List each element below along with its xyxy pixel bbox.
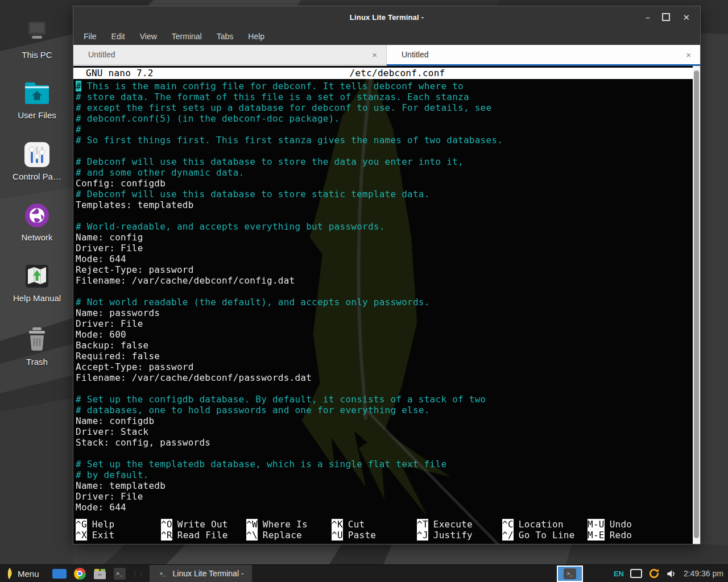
nano-shortcut: ^RRead File [161,530,246,541]
shortcut-key: ^O [161,519,172,530]
shortcut-label: Execute [433,519,473,530]
menu-bar: File Edit View Terminal Tabs Help [73,28,700,45]
nano-shortcut: ^TExecute [417,519,502,530]
trash-icon [22,326,52,354]
scrollbar-thumb[interactable] [694,70,699,538]
tab-close-icon[interactable]: × [372,50,377,60]
desktop-icon-help-manual[interactable]: Help Manual [0,263,74,303]
computer-icon [22,19,52,47]
desktop-pager-icon[interactable] [52,569,67,579]
nano-line: Mode: 644 [76,253,693,264]
shortcut-label: Replace [263,530,302,541]
menu-tabs[interactable]: Tabs [217,32,234,41]
nano-file-path: /etc/debconf.conf [349,68,445,79]
desktop-icon-label: Trash [0,357,74,367]
taskbar-window-button[interactable]: >_ Linux Lite Terminal - [150,565,252,582]
nano-shortcut: ^UPaste [332,530,417,541]
nano-shortcut: ^XExit [76,530,161,541]
sliders-icon [22,141,52,168]
volume-icon[interactable] [666,568,677,579]
shortcut-label: Read File [177,530,228,541]
chrome-browser-icon[interactable] [74,568,86,580]
nano-shortcut-row-2: ^XExit^RRead File^\Replace^UPaste^JJusti… [76,530,693,541]
tab-close-icon[interactable]: × [686,50,691,60]
keyboard-language-indicator[interactable]: EN [614,569,624,578]
desktop-icon-trash[interactable]: Trash [0,326,74,367]
nano-line: Mode: 600 [76,329,693,340]
menu-terminal[interactable]: Terminal [172,32,202,41]
menu-edit[interactable]: Edit [111,32,125,41]
shortcut-key: M-E [588,530,605,541]
tab-untitled-1[interactable]: Untitled × [73,45,387,66]
terminal-launcher-icon[interactable]: >_ [114,568,126,580]
file-manager-icon[interactable] [93,568,106,580]
menu-help[interactable]: Help [248,32,264,41]
close-button[interactable]: ✕ [682,13,690,22]
nano-line: # Set up the templatedb database, which … [76,459,693,469]
nano-line: # debconf.conf(5) (in the debconf-doc pa… [76,113,693,124]
terminal-scrollbar[interactable] [693,66,700,544]
display-tray-icon[interactable] [630,569,642,578]
shortcut-label: Exit [92,530,115,541]
nano-line: Mode: 644 [76,502,693,513]
clock[interactable]: 2:49:36 pm [684,569,723,578]
nano-shortcut: M-UUndo [588,519,673,530]
nano-shortcut-bar: ^GHelp^OWrite Out^WWhere Is^KCut^TExecut… [73,519,693,544]
tab-untitled-2-active[interactable]: Untitled × [387,45,700,66]
shortcut-key: ^C [502,519,514,530]
maximize-button[interactable] [662,13,670,21]
desktop-icon-network[interactable]: Network [0,202,74,242]
nano-shortcut: ^OWrite Out [161,519,246,530]
shortcut-key: ^T [417,519,428,530]
nano-line: # This is the main config file for debco… [76,81,693,92]
window-title: Linux Lite Terminal - [73,13,700,22]
nano-line: # and some other dynamic data. [76,167,693,178]
nano-line: # Debconf will use this database to stor… [76,156,693,167]
nano-line: # Set up the configdb database. By defau… [76,394,693,405]
nano-line [76,383,693,394]
shortcut-key: ^G [76,519,87,530]
nano-shortcut: ^WWhere Is [246,519,332,530]
shortcut-key: M-U [588,519,605,530]
nano-line: # databases, one to hold passwords and o… [76,405,693,415]
shortcut-label: Location [519,519,564,530]
shortcut-key: ^U [332,530,343,541]
terminal-task-icon: >_ [158,568,168,579]
nano-line [76,448,693,459]
desktop-icon-label: User Files [0,110,74,120]
desktop-icon-this-pc[interactable]: This PC [0,19,74,60]
nano-title-bar: GNU nano 7.2 /etc/debconf.conf [73,68,693,79]
update-notifier-icon[interactable] [648,568,660,579]
nano-content-lines[interactable]: # This is the main config file for debco… [73,79,693,513]
nano-version: GNU nano 7.2 [86,68,154,79]
desktop-icon-user-files[interactable]: User Files [0,80,74,120]
tray-terminal-button[interactable]: >_ [557,566,583,582]
menu-file[interactable]: File [84,32,97,41]
nano-line: Required: false [76,351,693,361]
nano-line: Accept-Type: password [76,361,693,372]
nano-line: Filename: /var/cache/debconf/config.dat [76,275,693,286]
shortcut-key: ^R [161,530,172,541]
manual-map-icon [22,263,52,290]
minimize-button[interactable]: – [646,14,650,21]
start-menu-button[interactable]: Menu [0,565,45,582]
desktop-icon-control-panel[interactable]: Control Pa… [0,141,74,181]
shortcut-key: ^J [417,530,428,541]
shortcut-label: Go To Line [519,530,575,541]
nano-line: # [76,124,693,135]
nano-shortcut: ^JJustify [417,530,502,541]
nano-line: Driver: File [76,491,693,502]
window-titlebar[interactable]: Linux Lite Terminal - – ✕ [73,6,700,28]
menu-view[interactable]: View [140,32,157,41]
terminal-pane[interactable]: GNU nano 7.2 /etc/debconf.conf # This is… [73,66,700,544]
shortcut-label: Help [92,519,115,530]
nano-line: # by default. [76,469,693,480]
home-folder-icon [22,80,52,107]
nano-line: # except the first sets up a database fo… [76,102,693,113]
desktop-icon-label: Network [0,232,74,242]
nano-shortcut: ^GHelp [76,519,161,530]
nano-line [76,146,693,156]
nano-line: Stack: config, passwords [76,437,693,448]
nano-line: Reject-Type: password [76,264,693,275]
shortcut-label: Redo [610,530,632,541]
